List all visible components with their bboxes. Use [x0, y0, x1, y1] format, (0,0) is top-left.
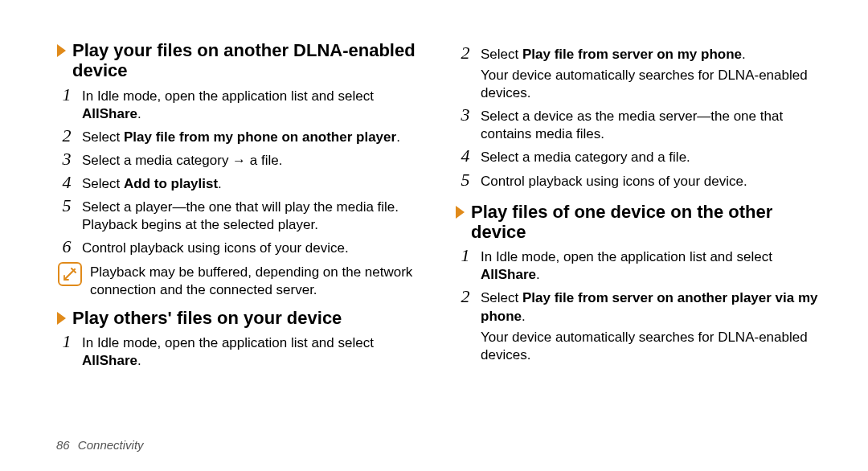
step: 1In Idle mode, open the application list… [58, 333, 421, 370]
step: 2Select Play file from my phone on anoth… [58, 127, 421, 146]
section-title: Play files of one device on the other de… [471, 202, 820, 243]
step-text: Select a device as the media server—the … [481, 106, 820, 143]
step-text: Select a media category and a file. [481, 147, 690, 166]
right-column: 2Select Play file from server on my phon… [455, 40, 820, 373]
footer-section-name: Connectivity [78, 438, 144, 452]
note: Playback may be buffered, depending on t… [58, 262, 421, 299]
section-heading: Play your files on another DLNA-enabled … [56, 40, 421, 81]
step: 2Select Play file from server on my phon… [457, 44, 820, 63]
step-text: Select Play file from my phone on anothe… [82, 127, 400, 146]
steps-list: 1In Idle mode, open the application list… [56, 86, 421, 258]
step-text: Select Add to playlist. [82, 174, 222, 193]
step-number: 2 [58, 127, 76, 145]
step-text: Select a player—the one that will play t… [82, 197, 421, 234]
step-number: 1 [58, 333, 76, 350]
step-number: 2 [457, 288, 474, 305]
steps-list: 2Select Play file from server on my phon… [455, 44, 820, 190]
step-text: Control playback using icons of your dev… [481, 171, 747, 190]
step-number: 5 [58, 197, 76, 215]
step: 1In Idle mode, open the application list… [457, 247, 820, 284]
note-text: Playback may be buffered, depending on t… [90, 262, 421, 299]
step-text: Select Play file from server on my phone… [481, 44, 746, 63]
chevron-icon [455, 205, 466, 219]
step: 3Select a device as the media server—the… [457, 106, 820, 143]
svg-marker-1 [57, 312, 66, 325]
step-subtext: Your device automatically searches for D… [481, 67, 820, 102]
step-number: 6 [58, 238, 76, 256]
step: 1In Idle mode, open the application list… [58, 86, 421, 123]
step-subtext: Your device automatically searches for D… [481, 329, 820, 364]
steps-list: 1In Idle mode, open the application list… [455, 247, 820, 364]
step-text: In Idle mode, open the application list … [82, 86, 421, 123]
step-text: In Idle mode, open the application list … [481, 247, 820, 284]
step-number: 5 [457, 171, 474, 189]
svg-marker-2 [456, 206, 465, 219]
step: 3Select a media category → a file. [58, 150, 421, 170]
page-footer: 86 Connectivity [56, 438, 144, 452]
step: 4Select Add to playlist. [58, 174, 421, 193]
note-icon [58, 262, 82, 286]
step-number: 2 [457, 44, 474, 62]
steps-list: 1In Idle mode, open the application list… [56, 333, 421, 370]
step-text: In Idle mode, open the application list … [82, 333, 421, 370]
step-number: 3 [457, 106, 474, 124]
section-heading: Play files of one device on the other de… [455, 202, 820, 243]
step-text: Control playback using icons of your dev… [82, 238, 349, 257]
step-number: 4 [457, 147, 474, 165]
svg-marker-0 [57, 44, 66, 57]
step-number: 1 [58, 86, 76, 104]
left-column: Play your files on another DLNA-enabled … [56, 40, 421, 373]
step: 5Control playback using icons of your de… [457, 171, 820, 190]
step: 2Select Play file from server on another… [457, 288, 820, 325]
section-title: Play your files on another DLNA-enabled … [72, 40, 421, 81]
section-heading: Play others' files on your device [56, 308, 421, 328]
step-number: 1 [457, 247, 474, 264]
step: 5Select a player—the one that will play … [58, 197, 421, 234]
step-number: 3 [58, 150, 76, 168]
chevron-icon [56, 43, 68, 58]
step: 6Control playback using icons of your de… [58, 238, 421, 257]
step-text: Select Play file from server on another … [481, 288, 820, 325]
step: 4Select a media category and a file. [457, 147, 820, 166]
step-text: Select a media category → a file. [82, 150, 282, 170]
step-number: 4 [58, 174, 76, 191]
chevron-icon [56, 311, 68, 326]
page-content: Play your files on another DLNA-enabled … [0, 0, 868, 373]
section-title: Play others' files on your device [72, 308, 342, 328]
page-number: 86 [56, 438, 70, 452]
